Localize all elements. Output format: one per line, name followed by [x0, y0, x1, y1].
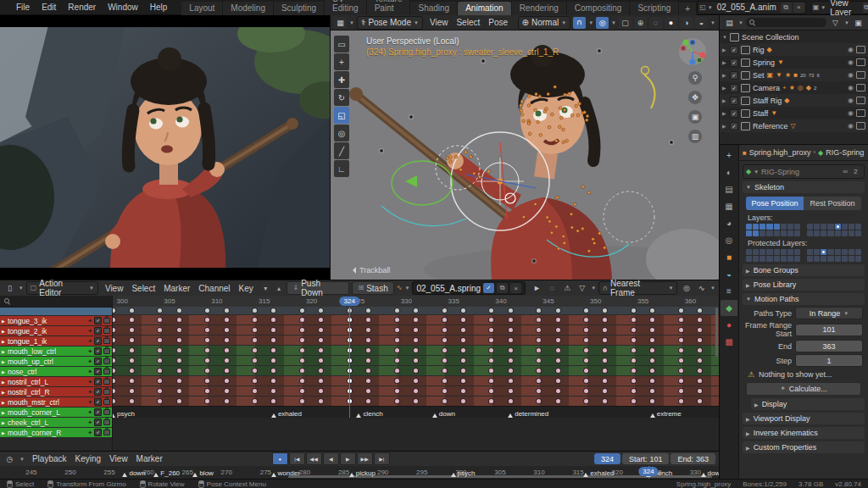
only-selected-icon[interactable]: ► — [531, 282, 543, 294]
keyframe-dot[interactable] — [632, 348, 636, 352]
keyframe-dot[interactable] — [461, 338, 465, 342]
bone-control-dot[interactable] — [527, 104, 531, 108]
expand-icon[interactable]: ▼ — [722, 35, 727, 40]
channel-mouth-corner-r[interactable]: ▶mouth_corner_R✦✓ — [0, 428, 112, 437]
keyframe-dot[interactable] — [113, 348, 115, 352]
keyframe-dot[interactable] — [556, 358, 560, 363]
layer-toggle[interactable] — [855, 224, 861, 230]
marker-psych[interactable]: psych — [113, 410, 135, 418]
keyframe-dot[interactable] — [319, 399, 323, 403]
channel-mouth-corner-l[interactable]: ▶mouth_corner_L✦✓ — [0, 408, 112, 417]
outliner-item-spring[interactable]: ▶✓Spring▼◉ — [720, 56, 868, 69]
layer-toggle[interactable] — [842, 230, 848, 236]
keyframe-dot[interactable] — [177, 348, 181, 352]
push-down-button[interactable]: ⇓ Push Down — [287, 281, 349, 295]
keyframe-dot[interactable] — [253, 338, 257, 342]
new-collection-icon[interactable]: ▣ — [852, 17, 865, 29]
keyframe-dot[interactable] — [130, 328, 134, 332]
bone-control-dot[interactable] — [547, 92, 550, 96]
bone-control-dot[interactable] — [559, 107, 562, 110]
lock-icon[interactable] — [103, 409, 110, 415]
keyframe-dot[interactable] — [603, 379, 607, 383]
bone-control-dot[interactable] — [575, 104, 578, 108]
keyframe-dot[interactable] — [442, 399, 447, 403]
lock-icon[interactable] — [103, 379, 110, 385]
keyframe-dot[interactable] — [205, 369, 209, 373]
keyframe-dot[interactable] — [177, 379, 181, 383]
jump-start-button[interactable]: |◀ — [289, 452, 305, 465]
next-keyframe-button[interactable]: ▶▶ — [357, 452, 373, 465]
layer-toggle[interactable] — [835, 256, 841, 262]
bone-control-dot[interactable] — [539, 134, 542, 137]
outliner-root[interactable]: ▼ Scene Collection — [720, 30, 868, 43]
layer-toggle[interactable] — [827, 224, 833, 230]
layer-toggle[interactable] — [842, 249, 848, 255]
keyframe-dot[interactable] — [461, 358, 465, 363]
workspace-tab-rendering[interactable]: Rendering — [512, 2, 567, 15]
layer-up-button[interactable]: ▴ — [274, 283, 285, 293]
new-scene-button[interactable]: ⧉ — [781, 3, 792, 13]
bone-control-dot[interactable] — [548, 220, 552, 224]
expand-icon[interactable]: ▶ — [722, 123, 727, 129]
keyframe-dot[interactable] — [461, 399, 465, 403]
keyframe-dot[interactable] — [650, 369, 654, 373]
calculate-paths-button[interactable]: ✦ Calculate... — [746, 382, 861, 396]
keyframe-dot[interactable] — [225, 318, 229, 322]
setting-value[interactable]: 101 — [795, 324, 863, 336]
marker-psych[interactable]: psych — [451, 469, 476, 477]
keyframe-dot[interactable] — [461, 308, 465, 313]
keyframe-dot[interactable] — [461, 379, 465, 383]
keyframe-dot[interactable] — [679, 318, 683, 322]
setting-value[interactable]: In Range▼ — [795, 307, 863, 319]
marker-exhaled[interactable]: exhaled — [271, 410, 302, 418]
bone-control-dot[interactable] — [559, 116, 563, 119]
keyframe-dot[interactable] — [603, 369, 607, 373]
keyframe-dot[interactable] — [442, 369, 447, 373]
keyframe-dot[interactable] — [489, 358, 493, 363]
panel-display-sub[interactable]: ▶Display — [751, 398, 865, 410]
keyframe-dot[interactable] — [698, 369, 702, 373]
keyframe-dot[interactable] — [113, 338, 115, 342]
keyframe-dot[interactable] — [698, 348, 702, 352]
keyframe-dot[interactable] — [632, 389, 636, 393]
keyframe-dot[interactable] — [442, 338, 447, 342]
hide-eye-icon[interactable]: ◉ — [848, 97, 854, 104]
keyframe-dot[interactable] — [650, 318, 654, 322]
keyframe-dot[interactable] — [414, 318, 418, 322]
keyframe-dot[interactable] — [698, 308, 702, 313]
keyframe-dot[interactable] — [632, 399, 636, 403]
layer-toggle[interactable] — [835, 224, 841, 230]
keyframe-dot[interactable] — [650, 389, 654, 393]
bone-control-dot[interactable] — [570, 226, 574, 230]
layer-toggle[interactable] — [753, 256, 759, 262]
bone-control-dot[interactable] — [585, 119, 588, 122]
expand-icon[interactable]: ▶ — [722, 85, 727, 91]
timeline-menu-marker[interactable]: Marker — [132, 454, 167, 463]
expand-icon[interactable]: ▶ — [2, 359, 6, 364]
keyframe-dot[interactable] — [489, 328, 493, 332]
bone-control-dot[interactable] — [586, 114, 589, 118]
layer-toggle[interactable] — [849, 256, 854, 262]
marker-pickup[interactable]: pickup — [349, 469, 376, 477]
keyframe-dot[interactable] — [319, 389, 323, 393]
bone-control-dot[interactable] — [559, 125, 562, 129]
layer-toggle[interactable] — [774, 249, 780, 255]
keyframe-dot[interactable] — [158, 399, 162, 403]
keyframe-dot[interactable] — [130, 338, 134, 342]
keyframe-dot[interactable] — [461, 369, 465, 373]
layer-toggle[interactable] — [807, 249, 813, 255]
viewport-3d[interactable]: ▦ ▼ ⚕ Pose Mode ▼ ViewSelectPose ⊕ Norma… — [331, 15, 719, 280]
jump-end-button[interactable]: ▶| — [374, 452, 390, 465]
keyframe-dot[interactable] — [113, 389, 115, 393]
bone-control-dot[interactable] — [534, 202, 537, 206]
lock-icon[interactable] — [103, 338, 110, 344]
menu-edit[interactable]: Edit — [36, 3, 62, 12]
keyframe-dot[interactable] — [603, 348, 607, 352]
keyframe-dot[interactable] — [584, 318, 588, 322]
dope-sheet-ruler[interactable]: 3003053103153203253303353403453503553603… — [113, 296, 719, 308]
keyframe-dot[interactable] — [442, 308, 447, 313]
marker-blow[interactable]: blow — [192, 469, 213, 477]
dopesheet-menu-view[interactable]: View — [101, 284, 128, 293]
keyframe-dot[interactable] — [632, 328, 636, 332]
keyframe-dot[interactable] — [113, 308, 115, 313]
